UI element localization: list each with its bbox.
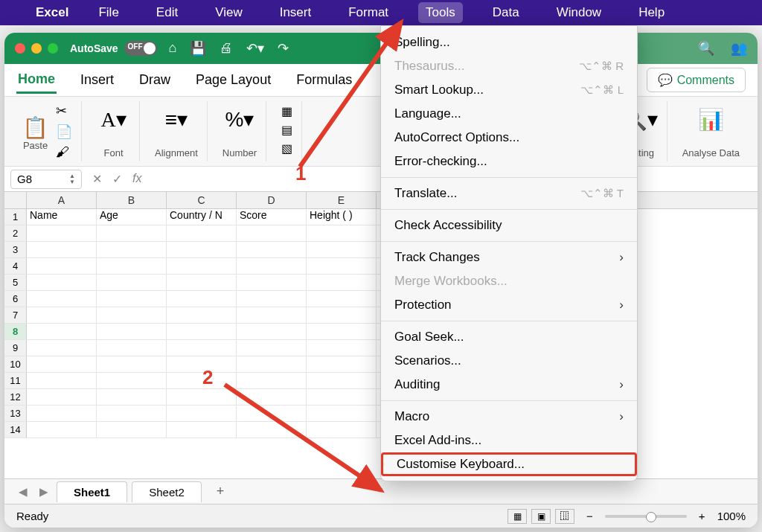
cell-D4[interactable] <box>237 258 307 275</box>
cell-C5[interactable] <box>167 275 237 291</box>
print-icon[interactable]: 🖨 <box>220 40 233 57</box>
undo-icon[interactable]: ↶▾ <box>246 40 264 57</box>
app-name[interactable]: Excel <box>36 5 68 20</box>
menu-file[interactable]: File <box>91 2 126 23</box>
cell-A10[interactable] <box>27 356 97 373</box>
enter-icon[interactable]: ✓ <box>112 172 122 186</box>
maximize-button[interactable] <box>48 43 58 54</box>
select-all-corner[interactable] <box>4 192 27 208</box>
menu-item-spelling[interactable]: Spelling... <box>381 31 637 54</box>
cell-E7[interactable] <box>307 307 377 324</box>
menu-format[interactable]: Format <box>341 2 396 23</box>
tab-home[interactable]: Home <box>16 67 57 94</box>
cell-B6[interactable] <box>97 291 167 307</box>
row-header-14[interactable]: 14 <box>4 422 27 438</box>
cell-D11[interactable] <box>237 373 307 389</box>
cell-E4[interactable] <box>307 258 377 275</box>
menu-item-language[interactable]: Language... <box>381 102 637 126</box>
cell-E12[interactable] <box>307 389 377 406</box>
cell-A6[interactable] <box>27 291 97 307</box>
conditional-formatting-icon[interactable]: ▦ <box>281 104 292 118</box>
fx-icon[interactable]: fx <box>132 172 141 186</box>
cell-B9[interactable] <box>97 340 167 356</box>
cell-D10[interactable] <box>237 356 307 373</box>
tab-draw[interactable]: Draw <box>138 68 172 92</box>
cell-C6[interactable] <box>167 291 237 307</box>
row-header-9[interactable]: 9 <box>4 340 27 356</box>
row-header-10[interactable]: 10 <box>4 356 27 373</box>
zoom-in-button[interactable]: + <box>699 510 705 522</box>
cell-C10[interactable] <box>167 356 237 373</box>
cell-B1[interactable]: Age <box>97 209 167 225</box>
cell-E2[interactable] <box>307 225 377 242</box>
menu-edit[interactable]: Edit <box>149 2 185 23</box>
cell-D13[interactable] <box>237 406 307 422</box>
cell-B14[interactable] <box>97 422 167 438</box>
cancel-icon[interactable]: ✕ <box>92 172 102 186</box>
view-page-icon[interactable]: ▣ <box>531 509 551 524</box>
cell-E10[interactable] <box>307 356 377 373</box>
sheet-tab-sheet2[interactable]: Sheet2 <box>132 481 202 502</box>
comments-button[interactable]: 💬 Comments <box>647 68 746 92</box>
cell-C2[interactable] <box>167 225 237 242</box>
home-icon[interactable]: ⌂ <box>169 40 177 57</box>
cell-A11[interactable] <box>27 373 97 389</box>
menu-window[interactable]: Window <box>549 2 609 23</box>
cut-icon[interactable]: ✂ <box>56 103 72 119</box>
menu-item-track-changes[interactable]: Track Changes› <box>381 246 637 269</box>
cell-D12[interactable] <box>237 389 307 406</box>
tab-formulas[interactable]: Formulas <box>295 68 353 92</box>
cell-C3[interactable] <box>167 242 237 258</box>
cell-D6[interactable] <box>237 291 307 307</box>
share-icon[interactable]: 👥 <box>731 40 747 57</box>
cell-D3[interactable] <box>237 242 307 258</box>
row-header-2[interactable]: 2 <box>4 225 27 242</box>
row-header-8[interactable]: 8 <box>4 324 27 340</box>
cell-E1[interactable]: Height ( ) <box>307 209 377 225</box>
tab-page layout[interactable]: Page Layout <box>194 68 272 92</box>
cell-A3[interactable] <box>27 242 97 258</box>
menu-item-customise-keyboard[interactable]: Customise Keyboard... <box>381 452 637 476</box>
cell-A8[interactable] <box>27 324 97 340</box>
cell-B2[interactable] <box>97 225 167 242</box>
cell-A2[interactable] <box>27 225 97 242</box>
row-header-7[interactable]: 7 <box>4 307 27 324</box>
menu-item-error-checking[interactable]: Error-checking... <box>381 150 637 173</box>
cell-D7[interactable] <box>237 307 307 324</box>
menu-insert[interactable]: Insert <box>272 2 319 23</box>
col-header-C[interactable]: C <box>167 192 237 208</box>
menu-item-goal-seek[interactable]: Goal Seek... <box>381 325 637 349</box>
cell-B11[interactable] <box>97 373 167 389</box>
col-header-D[interactable]: D <box>237 192 307 208</box>
cell-C1[interactable]: Country / N <box>167 209 237 225</box>
cell-B10[interactable] <box>97 356 167 373</box>
cell-D8[interactable] <box>237 324 307 340</box>
minimize-button[interactable] <box>31 43 42 54</box>
menu-item-autocorrect-options[interactable]: AutoCorrect Options... <box>381 126 637 150</box>
cell-B13[interactable] <box>97 406 167 422</box>
sheet-next-icon[interactable]: ▶ <box>36 485 52 499</box>
menu-item-protection[interactable]: Protection› <box>381 293 637 317</box>
row-header-11[interactable]: 11 <box>4 373 27 389</box>
cell-E3[interactable] <box>307 242 377 258</box>
view-break-icon[interactable]: ⿲ <box>555 509 574 524</box>
row-header-5[interactable]: 5 <box>4 275 27 291</box>
cell-D2[interactable] <box>237 225 307 242</box>
cell-A9[interactable] <box>27 340 97 356</box>
menu-view[interactable]: View <box>208 2 250 23</box>
cell-C12[interactable] <box>167 389 237 406</box>
menu-item-scenarios[interactable]: Scenarios... <box>381 349 637 373</box>
cell-E8[interactable] <box>307 324 377 340</box>
cell-A14[interactable] <box>27 422 97 438</box>
cell-E11[interactable] <box>307 373 377 389</box>
col-header-E[interactable]: E <box>307 192 377 208</box>
cell-D14[interactable] <box>237 422 307 438</box>
row-header-3[interactable]: 3 <box>4 242 27 258</box>
namebox-spinner[interactable]: ▲▼ <box>69 173 75 185</box>
number-icon[interactable]: %▾ <box>225 107 254 132</box>
menu-help[interactable]: Help <box>631 2 672 23</box>
tab-insert[interactable]: Insert <box>79 68 115 92</box>
cell-A5[interactable] <box>27 275 97 291</box>
cell-styles-icon[interactable]: ▧ <box>281 141 292 156</box>
cell-E13[interactable] <box>307 406 377 422</box>
